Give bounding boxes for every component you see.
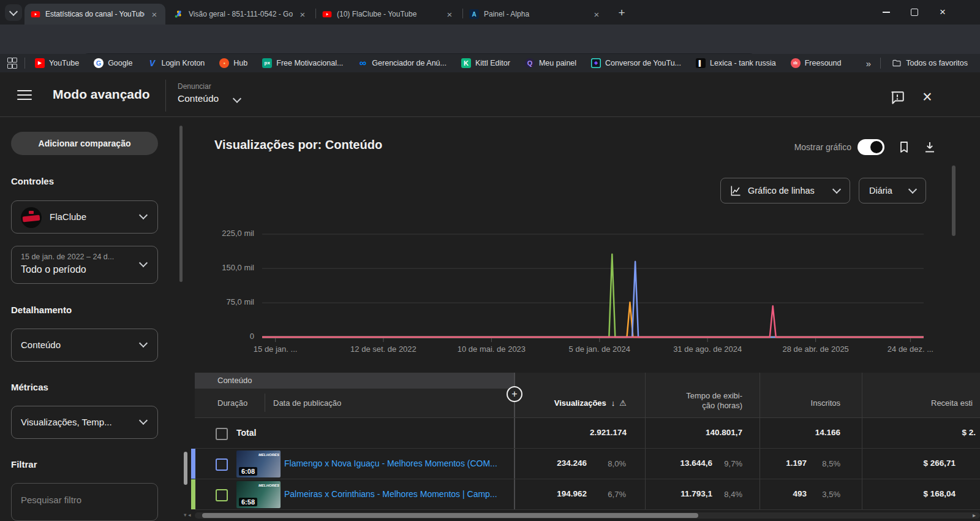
chart-type-value: Gráfico de linhas: [748, 186, 815, 196]
bookmark-item[interactable]: KKittl Editor: [461, 58, 510, 68]
close-tab-icon[interactable]: ×: [149, 10, 159, 19]
channel-avatar: [21, 207, 42, 228]
channel-select[interactable]: FlaClube: [11, 200, 158, 234]
close-tab-icon[interactable]: ×: [298, 10, 307, 19]
report-type-value[interactable]: Conteúdo: [178, 93, 219, 104]
series-blue: [262, 262, 924, 337]
y-axis-label: 0: [202, 332, 254, 341]
window-minimize-button[interactable]: [872, 0, 900, 25]
video-title-link[interactable]: Flamengo x Nova Iguaçu - Melhores Moment…: [284, 458, 512, 468]
bookmarks-overflow-chevron[interactable]: »: [866, 58, 871, 69]
y-axis-label: 75,0 mil: [202, 297, 254, 306]
sidebar-scrollbar[interactable]: [179, 126, 183, 282]
bookmark-label: Google: [108, 59, 132, 67]
metrics-select[interactable]: Visualizações, Temp...: [11, 406, 158, 439]
all-bookmarks-folder[interactable]: Todos os favoritos: [892, 58, 968, 68]
bookmark-item[interactable]: ◆Conversor de YouTu...: [591, 58, 681, 68]
bookmark-item[interactable]: ▌Lexica - tank russia: [696, 58, 776, 68]
column-header-publish-date[interactable]: Data de publicação: [273, 398, 341, 408]
bookmark-item[interactable]: ılıFreesound: [791, 58, 842, 68]
series-color-strip: [191, 479, 195, 509]
filter-search-input[interactable]: Pesquisar filtro: [11, 483, 158, 521]
feedback-button[interactable]: [889, 89, 905, 108]
video-title-link[interactable]: Palmeiras x Corinthians - Melhores Momen…: [284, 489, 512, 499]
bookmark-item[interactable]: pxFree Motivacional...: [262, 58, 343, 68]
column-header-duration[interactable]: Duração: [217, 398, 247, 408]
row-views-pct: 8,0%: [587, 459, 626, 468]
tab-title: Estatísticas do canal - YouTube: [45, 10, 145, 18]
chart-type-select[interactable]: Gráfico de linhas: [720, 178, 850, 203]
add-comparison-button[interactable]: Adicionar comparação: [11, 132, 158, 155]
tab-google-ads[interactable]: Visão geral - 851-111-0542 - Go ×: [168, 4, 314, 25]
close-report-button[interactable]: ×: [922, 88, 932, 107]
bookmarks-folder-label: Todos os favoritos: [906, 59, 968, 67]
hub-favicon: ●: [219, 58, 229, 68]
row-watch-pct: 8,4%: [712, 490, 742, 499]
tab-strip: Estatísticas do canal - YouTube × Visão …: [0, 0, 980, 25]
chevron-down-icon: [139, 259, 148, 267]
tab-title: Painel - Alpha: [484, 10, 587, 18]
add-column-button[interactable]: +: [507, 386, 522, 402]
series-green: [262, 254, 924, 337]
tab-flaclube[interactable]: (10) FlaClube - YouTube ×: [316, 4, 461, 25]
table-vertical-scrollbar[interactable]: [184, 452, 187, 485]
bookmark-item[interactable]: ●Hub: [219, 58, 247, 68]
column-header-subscribers[interactable]: Inscritos: [760, 398, 840, 408]
breakdown-select[interactable]: Conteúdo: [11, 329, 158, 362]
meu-painel-favicon: Q: [525, 58, 535, 68]
window-restore-button[interactable]: [900, 0, 929, 25]
menu-hamburger-icon[interactable]: [17, 90, 32, 100]
show-chart-toggle[interactable]: [858, 139, 884, 155]
new-tab-button[interactable]: +: [614, 5, 630, 21]
meta-favicon: ∞: [358, 58, 368, 68]
chevron-down-icon: [139, 339, 148, 348]
bookmark-item[interactable]: QMeu painel: [525, 58, 576, 68]
close-tab-icon[interactable]: ×: [445, 10, 454, 19]
google-ads-favicon: [174, 9, 184, 19]
views-line-chart[interactable]: [262, 232, 924, 344]
group-header-label: Conteúdo: [217, 376, 252, 385]
series-rose: [262, 306, 924, 337]
close-tab-icon[interactable]: ×: [592, 10, 601, 19]
column-header-views[interactable]: Visualizações ↓ ⚠: [518, 398, 627, 408]
bookmark-label: Free Motivacional...: [276, 59, 343, 67]
table-horizontal-scrollbar-thumb[interactable]: [202, 513, 698, 518]
row-checkbox[interactable]: [216, 458, 228, 471]
row-checkbox[interactable]: [216, 489, 228, 501]
save-bookmark-icon[interactable]: [897, 140, 911, 157]
chevron-down-icon: [832, 185, 841, 194]
bookmarks-bar: ▶YouTubeGGoogleVLogin Kroton●HubpxFree M…: [0, 54, 980, 72]
window-close-button[interactable]: ×: [929, 0, 957, 25]
tab-search-button[interactable]: [5, 4, 22, 21]
bookmark-label: Hub: [233, 59, 247, 67]
bookmark-label: Kittl Editor: [475, 59, 510, 67]
filter-placeholder: Pesquisar filtro: [21, 495, 81, 505]
x-axis-label: 5 de jan. de 2024: [569, 344, 630, 354]
video-thumbnail[interactable]: MELHORES 6:08: [236, 451, 281, 477]
content-scrollbar[interactable]: [952, 165, 956, 236]
bookmark-item[interactable]: GGoogle: [94, 58, 132, 68]
bookmark-item[interactable]: ▶YouTube: [35, 58, 79, 68]
bookmark-item[interactable]: VLogin Kroton: [147, 58, 205, 68]
y-axis-label: 225,0 mil: [202, 229, 254, 238]
row-subscribers: 493: [760, 489, 807, 498]
granularity-select[interactable]: Diária: [859, 178, 926, 203]
channel-name: FlaClube: [50, 211, 86, 222]
period-select[interactable]: 15 de jan. de 2022 – 24 d... Todo o perí…: [11, 246, 158, 284]
column-header-revenue[interactable]: Receita esti: [931, 398, 980, 408]
row-views: 234.246: [518, 458, 587, 468]
scroll-right-arrow-icon[interactable]: ▸: [973, 512, 976, 519]
pexels-favicon: px: [262, 58, 272, 68]
total-row-checkbox[interactable]: [216, 428, 228, 440]
tab-painel-alpha[interactable]: A Painel - Alpha ×: [463, 4, 608, 25]
video-thumbnail[interactable]: MELHORES 6:58: [236, 481, 281, 508]
row-watch-pct: 9,7%: [712, 459, 742, 468]
bookmark-item[interactable]: ∞Gerenciador de Anú...: [358, 58, 447, 68]
tab-channel-stats[interactable]: Estatísticas do canal - YouTube ×: [24, 4, 165, 25]
apps-grid-icon[interactable]: [7, 58, 16, 69]
kittl-favicon: K: [461, 58, 471, 68]
sort-descending-icon: ↓: [611, 398, 616, 408]
download-report-icon[interactable]: [922, 140, 937, 157]
row-subscribers: 1.197: [760, 458, 807, 468]
column-header-watch-time[interactable]: Tempo de exibi- ção (horas): [648, 391, 742, 411]
